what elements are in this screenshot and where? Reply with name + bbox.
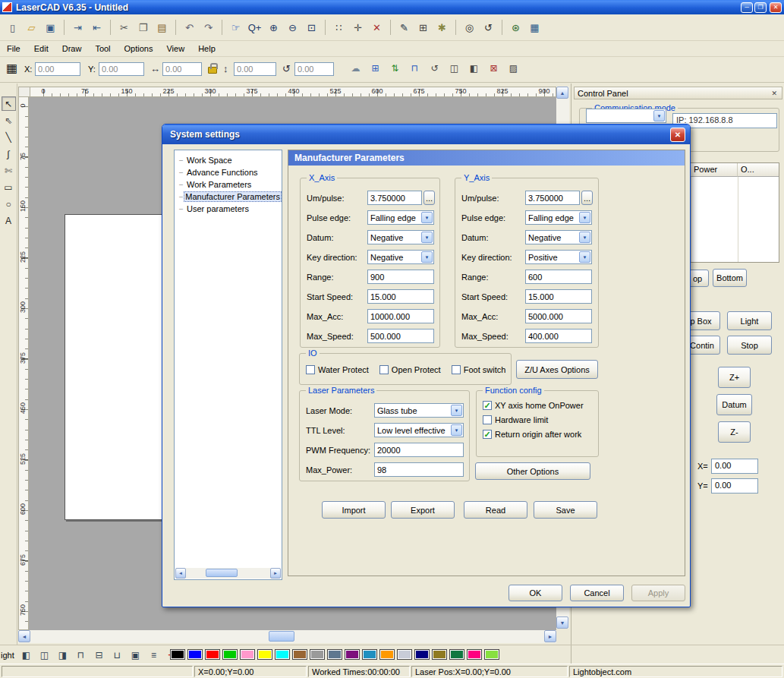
horizontal-scrollbar[interactable]: ◄ ► bbox=[18, 630, 556, 643]
checkbox-hardware-limit[interactable]: Hardware limit bbox=[483, 415, 598, 424]
input-max-acc[interactable]: 10000.000 bbox=[367, 309, 434, 323]
output-column-header[interactable]: O... bbox=[738, 163, 779, 177]
pen-icon[interactable]: ✎ bbox=[395, 19, 413, 36]
scrollbar-thumb[interactable] bbox=[269, 631, 294, 642]
x-position-field[interactable]: 0.00 bbox=[711, 459, 758, 474]
scroll-up-icon[interactable]: ▲ bbox=[556, 87, 568, 99]
rotate-view-icon[interactable]: ↺ bbox=[480, 19, 497, 36]
menu-item-tool[interactable]: Tool bbox=[88, 42, 117, 55]
export-file-icon[interactable]: ⇤ bbox=[88, 19, 105, 36]
color-swatch-9[interactable] bbox=[327, 649, 342, 660]
array-icon[interactable]: ⊞ bbox=[367, 61, 383, 75]
color-swatch-11[interactable] bbox=[362, 649, 377, 660]
input-start-speed[interactable]: 15.000 bbox=[367, 289, 434, 304]
rectangle-tool[interactable]: ▭ bbox=[2, 180, 16, 194]
weld-icon[interactable]: ☁ bbox=[348, 61, 364, 75]
undo-icon[interactable]: ↶ bbox=[181, 19, 198, 36]
input-max-speed[interactable]: 400.000 bbox=[525, 329, 592, 343]
power-column-header[interactable]: Power bbox=[691, 163, 738, 177]
distribute-icon[interactable]: ≡ bbox=[146, 648, 162, 662]
tree-item-work-parameters[interactable]: –Work Parameters bbox=[175, 178, 282, 191]
copy-icon[interactable]: ❐ bbox=[134, 19, 152, 36]
node-array-icon[interactable]: ∷ bbox=[330, 19, 348, 36]
width-input[interactable]: 0.00 bbox=[162, 62, 202, 76]
checkbox-water-protect[interactable]: Water Protect bbox=[306, 365, 369, 374]
device-icon[interactable]: ⊛ bbox=[507, 19, 524, 36]
select-key-direction[interactable]: Negative▼ bbox=[367, 250, 434, 264]
read-button[interactable]: Read bbox=[464, 501, 527, 519]
light-button[interactable]: Light bbox=[727, 311, 772, 330]
input-range[interactable]: 600 bbox=[525, 270, 592, 284]
node-delete-icon[interactable]: ✕ bbox=[368, 19, 386, 36]
input-range[interactable]: 900 bbox=[367, 270, 434, 284]
preview-icon[interactable]: ▦ bbox=[526, 19, 543, 36]
mirror-vertical-icon[interactable]: ◫ bbox=[446, 61, 462, 75]
curve-tool[interactable]: ∫ bbox=[2, 147, 16, 161]
menu-item-file[interactable]: File bbox=[0, 42, 27, 55]
same-size-icon[interactable]: ▣ bbox=[128, 648, 143, 662]
bottom-button[interactable]: Bottom bbox=[713, 269, 747, 287]
color-swatch-5[interactable] bbox=[257, 649, 272, 660]
import-button[interactable]: Import bbox=[322, 501, 386, 519]
cut-tool[interactable]: ✄ bbox=[2, 163, 16, 178]
color-swatch-10[interactable] bbox=[345, 649, 360, 660]
align-left-icon[interactable]: ◧ bbox=[18, 648, 34, 662]
input-um-pulse[interactable]: 3.750000 bbox=[525, 191, 580, 205]
simulate-icon[interactable]: ◎ bbox=[461, 19, 478, 36]
sort-icon[interactable]: ⇅ bbox=[387, 61, 403, 75]
color-swatch-3[interactable] bbox=[222, 649, 238, 660]
apply-button[interactable]: Apply bbox=[631, 585, 685, 601]
node-edit-tool[interactable]: ⇖ bbox=[2, 113, 16, 128]
paste-icon[interactable]: ▤ bbox=[153, 19, 171, 36]
color-swatch-17[interactable] bbox=[467, 649, 482, 660]
select-tool[interactable]: ↖ bbox=[2, 96, 16, 111]
input-max-power[interactable]: 98 bbox=[374, 462, 464, 477]
align-center-icon[interactable]: ◫ bbox=[36, 648, 52, 662]
color-swatch-13[interactable] bbox=[397, 649, 412, 660]
lock-ratio-icon[interactable] bbox=[208, 67, 217, 74]
color-swatch-0[interactable] bbox=[170, 649, 185, 660]
color-swatch-14[interactable] bbox=[414, 649, 430, 660]
menu-item-options[interactable]: Options bbox=[118, 42, 160, 55]
color-swatch-1[interactable] bbox=[187, 649, 203, 660]
select-datum[interactable]: Negative▼ bbox=[525, 230, 592, 244]
node-add-icon[interactable]: ✛ bbox=[349, 19, 367, 36]
minimize-button[interactable]: ─ bbox=[741, 2, 753, 13]
color-swatch-12[interactable] bbox=[379, 649, 395, 660]
align-top-icon[interactable]: ⊓ bbox=[73, 648, 89, 662]
open-folder-icon[interactable]: ▱ bbox=[23, 19, 40, 36]
export-button[interactable]: Export bbox=[391, 501, 455, 519]
tools-icon[interactable]: ✱ bbox=[433, 19, 451, 36]
zoom-window-icon[interactable]: ⊡ bbox=[303, 19, 320, 36]
align-right-icon[interactable]: ◨ bbox=[55, 648, 71, 662]
color-swatch-7[interactable] bbox=[292, 649, 307, 660]
ellipsis-button[interactable]: ... bbox=[423, 191, 435, 205]
cut-icon[interactable]: ✂ bbox=[115, 19, 133, 36]
color-swatch-18[interactable] bbox=[484, 649, 499, 660]
color-swatch-16[interactable] bbox=[449, 649, 464, 660]
line-tool[interactable]: ╲ bbox=[2, 130, 16, 144]
z-minus-button[interactable]: Z- bbox=[718, 421, 751, 443]
scroll-left-icon[interactable]: ◄ bbox=[175, 568, 186, 579]
scroll-down-icon[interactable]: ▼ bbox=[556, 617, 568, 629]
select-pulse-edge[interactable]: Falling edge▼ bbox=[367, 210, 434, 225]
close-button[interactable]: ✕ bbox=[770, 2, 782, 13]
select-pulse-edge[interactable]: Falling edge▼ bbox=[525, 210, 592, 225]
align-middle-icon[interactable]: ⊟ bbox=[91, 648, 107, 662]
cancel-button[interactable]: Cancel bbox=[570, 585, 624, 601]
select-ttl-level[interactable]: Low level effective▼ bbox=[374, 423, 464, 437]
mirror-horizontal-icon[interactable]: ◧ bbox=[466, 61, 482, 75]
scrollbar-thumb[interactable] bbox=[206, 569, 238, 577]
tree-item-user-parameters[interactable]: –User parameters bbox=[175, 203, 282, 215]
layer-list-icon[interactable]: ⊞ bbox=[414, 19, 432, 36]
tree-horizontal-scrollbar[interactable]: ◄ ► bbox=[175, 568, 281, 579]
bridge-icon[interactable]: ⊓ bbox=[407, 61, 423, 75]
input-um-pulse[interactable]: 3.750000 bbox=[367, 191, 422, 205]
checkbox-xy-axis-home-onpower[interactable]: ✓XY axis home OnPower bbox=[483, 401, 598, 410]
x-coordinate-input[interactable]: 0.00 bbox=[35, 62, 80, 76]
hatch-icon[interactable]: ▨ bbox=[505, 61, 521, 75]
zu-axes-options-button[interactable]: Z/U Axes Options bbox=[516, 360, 598, 379]
menu-item-draw[interactable]: Draw bbox=[55, 42, 89, 55]
y-position-field[interactable]: 0.00 bbox=[711, 478, 758, 494]
input-pwm-frequency[interactable]: 20000 bbox=[374, 443, 464, 457]
